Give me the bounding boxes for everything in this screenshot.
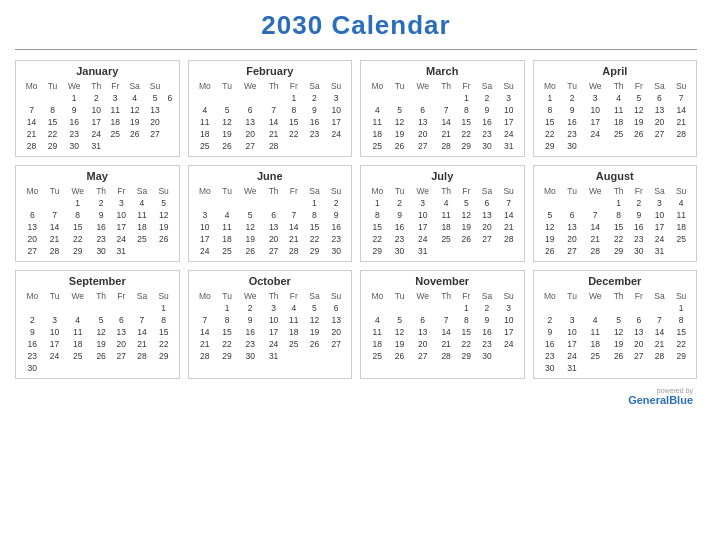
day-header: Su: [498, 185, 520, 197]
day-header: Su: [670, 185, 692, 197]
day-cell: 30: [325, 245, 347, 257]
day-cell: 10: [263, 314, 284, 326]
day-cell: 3: [111, 197, 131, 209]
month-table-august: MoTuWeThFrSaSu12345678910111213141516171…: [538, 185, 693, 257]
day-cell: 29: [153, 350, 175, 362]
day-header: Tu: [390, 290, 410, 302]
day-cell: 5: [304, 302, 326, 314]
week-row: 3456789: [193, 209, 348, 221]
day-header: Th: [91, 185, 112, 197]
day-cell: 12: [390, 326, 410, 338]
week-row: 123456: [193, 302, 348, 314]
day-header: Mo: [538, 80, 563, 92]
day-cell: 23: [629, 233, 649, 245]
brand-bold: Blue: [669, 394, 693, 406]
day-header: Mo: [193, 290, 218, 302]
day-cell: 23: [91, 233, 112, 245]
day-cell: 7: [131, 314, 153, 326]
day-cell: [263, 92, 284, 104]
month-box-february: FebruaryMoTuWeThFrSaSu123456789101112131…: [188, 60, 353, 157]
day-cell: [91, 362, 112, 374]
day-cell: 27: [325, 338, 347, 350]
day-cell: 20: [325, 326, 347, 338]
day-cell: [45, 302, 65, 314]
week-row: 14151617181920: [193, 326, 348, 338]
day-cell: 31: [263, 350, 284, 362]
day-cell: 21: [498, 221, 520, 233]
day-cell: [237, 92, 263, 104]
day-header: Fr: [106, 80, 125, 92]
week-row: 23242526272829: [538, 350, 693, 362]
day-cell: 29: [456, 350, 476, 362]
week-row: 293031: [365, 245, 520, 257]
day-cell: 30: [476, 350, 498, 362]
day-cell: 4: [582, 314, 608, 326]
day-cell: 31: [649, 245, 671, 257]
day-cell: 17: [562, 338, 582, 350]
day-cell: 8: [65, 209, 91, 221]
day-header: Su: [670, 290, 692, 302]
day-cell: 7: [284, 209, 304, 221]
day-cell: 12: [629, 104, 649, 116]
day-cell: 11: [608, 104, 629, 116]
day-header: Fr: [456, 80, 476, 92]
day-header: Fr: [456, 290, 476, 302]
day-cell: 26: [629, 128, 649, 140]
day-cell: 25: [608, 128, 629, 140]
day-cell: 18: [65, 338, 91, 350]
day-cell: [145, 140, 165, 152]
day-header: We: [582, 185, 608, 197]
week-row: 252627282930: [365, 350, 520, 362]
week-row: 18192021222324: [365, 128, 520, 140]
day-cell: 3: [498, 92, 520, 104]
day-cell: 11: [217, 221, 237, 233]
day-cell: 14: [193, 326, 218, 338]
day-header: Th: [608, 80, 629, 92]
day-cell: 23: [390, 233, 410, 245]
day-cell: 2: [87, 92, 106, 104]
day-cell: 28: [436, 350, 457, 362]
day-cell: 10: [45, 326, 65, 338]
day-cell: 4: [436, 197, 457, 209]
day-cell: 16: [476, 326, 498, 338]
day-cell: [284, 140, 304, 152]
day-cell: 1: [62, 92, 87, 104]
day-cell: 21: [131, 338, 153, 350]
week-row: 78910111213: [193, 314, 348, 326]
day-header: We: [62, 80, 87, 92]
day-cell: 18: [284, 326, 304, 338]
day-cell: 15: [670, 326, 692, 338]
day-cell: 17: [263, 326, 284, 338]
day-cell: 31: [410, 245, 436, 257]
day-cell: 3: [263, 302, 284, 314]
day-cell: 14: [436, 116, 457, 128]
powered-by-text: powered by: [15, 387, 693, 394]
day-cell: 22: [284, 128, 304, 140]
day-cell: 3: [193, 209, 218, 221]
day-cell: 7: [436, 314, 457, 326]
day-cell: 8: [670, 314, 692, 326]
day-cell: 2: [390, 197, 410, 209]
day-cell: 24: [263, 338, 284, 350]
day-cell: 1: [217, 302, 237, 314]
day-cell: 1: [153, 302, 175, 314]
day-cell: 21: [649, 338, 671, 350]
day-cell: 30: [562, 140, 582, 152]
day-cell: 2: [325, 197, 347, 209]
month-title-november: November: [365, 275, 520, 287]
day-cell: 2: [538, 314, 563, 326]
week-row: 15161718192021: [538, 116, 693, 128]
day-cell: 16: [629, 221, 649, 233]
day-cell: 25: [670, 233, 692, 245]
month-box-may: MayMoTuWeThFrSaSu12345678910111213141516…: [15, 165, 180, 262]
day-cell: 24: [325, 128, 347, 140]
day-cell: 26: [304, 338, 326, 350]
day-header: Sa: [649, 290, 671, 302]
day-header: Fr: [629, 185, 649, 197]
day-cell: [65, 362, 91, 374]
day-cell: 25: [217, 245, 237, 257]
day-header: Mo: [20, 80, 43, 92]
day-cell: 10: [193, 221, 218, 233]
day-cell: [390, 92, 410, 104]
day-cell: 26: [456, 233, 476, 245]
